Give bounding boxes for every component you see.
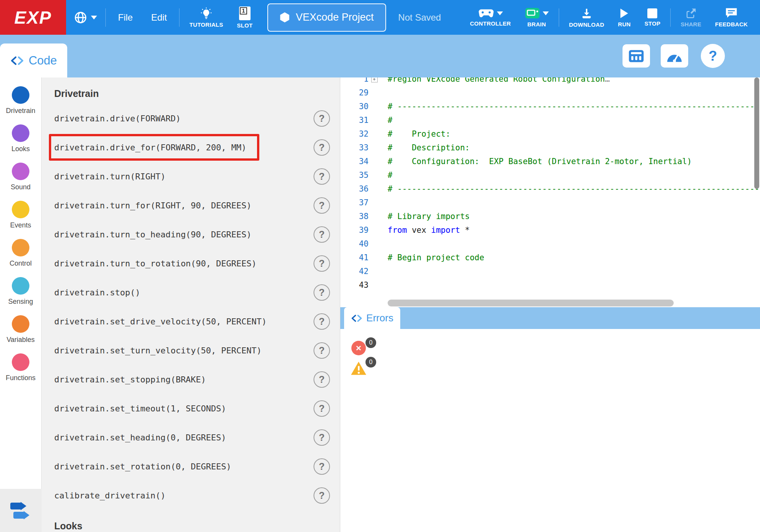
command-row[interactable]: drivetrain.set_turn_velocity(50, PERCENT… xyxy=(42,336,340,365)
run-label: RUN xyxy=(618,21,631,27)
tab-code[interactable]: Code xyxy=(0,44,67,77)
command-row[interactable]: drivetrain.set_heading(0, DEGREES) ? xyxy=(42,423,340,452)
code-line: 30 # -----------------------------------… xyxy=(340,100,760,113)
sidebar-item-control[interactable]: Control xyxy=(0,239,41,277)
sidebar-item-drivetrain[interactable]: Drivetrain xyxy=(0,86,41,124)
fold-icon[interactable]: + xyxy=(371,77,378,82)
tutorials-button[interactable]: TUTORIALS xyxy=(183,0,230,35)
command-highlight-box: drivetrain.set_timeout(1, SECONDS) xyxy=(49,395,239,422)
sidebar-item-sound[interactable]: Sound xyxy=(0,163,41,201)
category-label: Events xyxy=(10,221,31,229)
command-row[interactable]: drivetrain.set_rotation(0, DEGREES) ? xyxy=(42,452,340,481)
code-editor[interactable]: 1 + #region VEXcode Generated Robot Conf… xyxy=(340,77,760,307)
command-text: drivetrain.turn_to_heading(90, DEGREES) xyxy=(54,230,252,239)
vertical-scrollbar[interactable] xyxy=(754,77,759,189)
command-highlight-box: drivetrain.set_stopping(BRAKE) xyxy=(49,366,219,393)
code-line: 43 xyxy=(340,278,760,292)
help-button[interactable]: ? xyxy=(314,313,330,330)
project-name-button[interactable]: VEXcode Project xyxy=(267,3,386,32)
line-number: 31 xyxy=(340,116,369,125)
command-row[interactable]: drivetrain.turn_to_heading(90, DEGREES) … xyxy=(42,220,340,249)
command-row[interactable]: calibrate_drivetrain() ? xyxy=(42,481,340,510)
help-button[interactable]: ? xyxy=(314,429,330,446)
sub-toolbar: Code ? xyxy=(0,35,760,77)
error-icon: ✕ xyxy=(351,341,366,355)
help-button[interactable]: ? xyxy=(314,342,330,359)
sidebar-item-sensing[interactable]: Sensing xyxy=(0,277,41,315)
help-button[interactable]: ? xyxy=(314,400,330,417)
help-button[interactable]: ? xyxy=(314,197,330,214)
dashboard-button[interactable] xyxy=(661,44,688,68)
help-button[interactable]: ? xyxy=(314,110,330,127)
code-line: 39 from vex import * xyxy=(340,223,760,237)
brain-label: BRAIN xyxy=(527,21,546,27)
category-label: Drivetrain xyxy=(6,107,35,115)
brain-button[interactable]: BRAIN xyxy=(518,0,556,35)
errors-bar: Errors xyxy=(340,307,760,329)
stop-button[interactable]: STOP xyxy=(637,0,667,35)
help-button[interactable]: ? xyxy=(314,458,330,475)
print-console-button[interactable] xyxy=(623,44,650,68)
edit-menu[interactable]: Edit xyxy=(142,0,176,35)
horizontal-scrollbar[interactable] xyxy=(388,300,674,306)
exp-logo[interactable]: EXP xyxy=(0,0,66,35)
sidebar-item-events[interactable]: Events xyxy=(0,201,41,239)
command-row[interactable]: drivetrain.turn_for(RIGHT, 90, DEGREES) … xyxy=(42,191,340,220)
slot-number: 1 xyxy=(240,7,247,15)
feedback-button[interactable]: FEEDBACK xyxy=(708,0,755,35)
tab-errors[interactable]: Errors xyxy=(344,307,400,329)
command-text: drivetrain.turn(RIGHT) xyxy=(54,172,165,181)
command-highlight-box: drivetrain.drive_for(FORWARD, 200, MM) xyxy=(49,134,259,161)
command-row[interactable]: drivetrain.turn(RIGHT) ? xyxy=(42,162,340,191)
category-icon xyxy=(12,201,29,218)
warning-icon xyxy=(350,361,367,376)
command-row[interactable]: drivetrain.stop() ? xyxy=(42,278,340,307)
download-label: DOWNLOAD xyxy=(569,21,604,28)
line-number: 32 xyxy=(340,129,369,139)
slot-button[interactable]: 1 SLOT xyxy=(230,0,259,35)
run-button[interactable]: RUN xyxy=(611,0,637,35)
download-button[interactable]: DOWNLOAD xyxy=(562,0,611,35)
command-row[interactable]: drivetrain.set_stopping(BRAKE) ? xyxy=(42,365,340,394)
sidebar-item-variables[interactable]: Variables xyxy=(0,315,41,353)
help-button[interactable]: ? xyxy=(314,487,330,504)
command-row[interactable]: drivetrain.turn_to_rotation(90, DEGREES)… xyxy=(42,249,340,278)
toggle-toolbox-button[interactable] xyxy=(0,489,42,532)
sidebar-item-functions[interactable]: Functions xyxy=(0,353,41,392)
file-menu[interactable]: File xyxy=(109,0,142,35)
toolbar-divider xyxy=(670,8,671,27)
command-row[interactable]: drivetrain.set_drive_velocity(50, PERCEN… xyxy=(42,307,340,336)
help-button[interactable]: ? xyxy=(314,168,330,185)
help-button[interactable]: ? xyxy=(314,226,330,243)
line-number: 41 xyxy=(340,253,369,262)
chevron-down-icon xyxy=(91,16,97,19)
share-button[interactable]: SHARE xyxy=(674,0,708,35)
toolbar-right-group: CONTROLLER BRAIN DOWNLOAD RUN STOP xyxy=(463,0,760,35)
command-row[interactable]: drivetrain.drive_for(FORWARD, 200, MM) ? xyxy=(42,133,340,162)
feedback-icon xyxy=(725,7,738,19)
sidebar-item-looks[interactable]: Looks xyxy=(0,124,41,163)
toolbar-divider xyxy=(105,8,106,27)
help-icon[interactable]: ? xyxy=(701,44,725,68)
command-highlight-box: drivetrain.turn_for(RIGHT, 90, DEGREES) xyxy=(49,192,265,219)
controller-button[interactable]: CONTROLLER xyxy=(463,0,517,35)
stop-label: STOP xyxy=(644,20,660,27)
help-button[interactable]: ? xyxy=(314,255,330,272)
command-row[interactable]: drivetrain.set_timeout(1, SECONDS) ? xyxy=(42,394,340,423)
help-button[interactable]: ? xyxy=(314,284,330,301)
brain-icon xyxy=(525,7,540,19)
chevron-down-icon xyxy=(497,11,503,15)
console-device-icon xyxy=(628,49,644,63)
share-icon xyxy=(685,8,697,19)
language-menu[interactable] xyxy=(74,11,97,24)
help-button[interactable]: ? xyxy=(314,139,330,156)
help-button[interactable]: ? xyxy=(314,371,330,388)
category-label: Looks xyxy=(11,145,30,153)
line-number: 35 xyxy=(340,171,369,180)
code-line: 34 # Configuration: EXP BaseBot (Drivetr… xyxy=(340,155,760,168)
command-row[interactable]: drivetrain.drive(FORWARD) ? xyxy=(42,104,340,133)
command-highlight-box: drivetrain.set_rotation(0, DEGREES) xyxy=(49,453,244,480)
lightbulb-icon xyxy=(200,7,212,19)
toggle-toolbox-icon xyxy=(10,502,32,519)
code-line: 33 # Description: xyxy=(340,141,760,155)
